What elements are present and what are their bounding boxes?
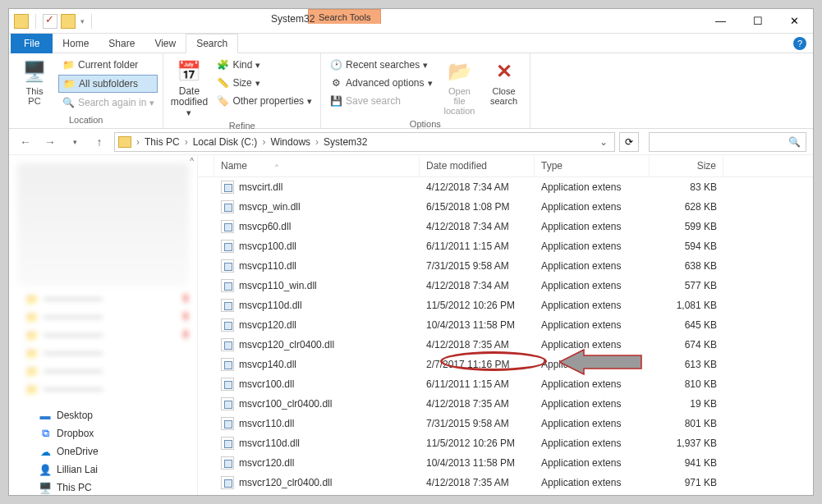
column-type[interactable]: Type <box>535 155 650 176</box>
file-date: 4/12/2018 7:34 AM <box>420 180 535 195</box>
address-bar[interactable]: › This PC › Local Disk (C:) › Windows › … <box>114 132 615 152</box>
sidebar-item[interactable]: 📁—————— <box>9 290 197 308</box>
file-row[interactable]: msvcp110.dll7/31/2015 9:58 AMApplication… <box>198 256 813 276</box>
search-again-button[interactable]: 🔍Search again in ▾ <box>58 94 158 111</box>
location-group-label: Location <box>14 113 158 126</box>
file-size: 801 KB <box>650 416 723 431</box>
sidebar-item-desktop[interactable]: ▬Desktop <box>9 406 197 424</box>
sidebar-item-user[interactable]: 👤Lillian Lai <box>9 460 197 479</box>
sidebar-item[interactable]: 📁—————— <box>9 380 197 398</box>
file-row[interactable]: msvcr100.dll6/11/2011 1:15 AMApplication… <box>198 374 813 394</box>
file-date: 6/11/2011 1:15 AM <box>420 239 535 254</box>
file-size: 1,937 KB <box>650 436 723 451</box>
sidebar-item[interactable]: 📁—————— <box>9 362 197 380</box>
search-box[interactable]: 🔍 <box>649 132 806 152</box>
onedrive-icon: ☁ <box>39 445 52 458</box>
file-size: 577 KB <box>650 278 723 293</box>
open-file-location-button[interactable]: 📂 Open file location <box>439 57 480 117</box>
close-search-button[interactable]: ✕ Close search <box>484 57 525 117</box>
calendar-icon: 📅 <box>176 58 202 85</box>
column-size[interactable]: Size <box>650 155 723 176</box>
recent-searches-button[interactable]: 🕑Recent searches ▾ <box>326 57 435 73</box>
file-tab[interactable]: File <box>11 34 53 53</box>
search-tab[interactable]: Search <box>186 34 238 53</box>
file-row[interactable]: msvcr110.dll7/31/2015 9:58 AMApplication… <box>198 414 813 433</box>
file-row[interactable]: msvcr120_clr0400.dll4/12/2018 7:35 AMApp… <box>198 473 813 493</box>
column-date[interactable]: Date modified <box>420 155 535 176</box>
open-folder-icon: 📂 <box>447 58 473 85</box>
navigation-pane[interactable]: ^ 📁—————— 📁—————— 📁—————— 📁—————— 📁—————… <box>9 155 198 495</box>
newfolder-qat-icon[interactable] <box>61 14 76 29</box>
dll-file-icon <box>221 358 234 371</box>
breadcrumb-part[interactable]: This PC <box>141 136 183 148</box>
advanced-options-button[interactable]: ⚙Advanced options ▾ <box>326 75 435 91</box>
file-row[interactable]: msvcrt.dll4/12/2018 7:34 AMApplication e… <box>198 493 813 495</box>
save-icon: 💾 <box>329 94 342 108</box>
file-row[interactable]: msvcp_win.dll6/15/2018 1:08 PMApplicatio… <box>198 197 813 217</box>
properties-qat-icon[interactable] <box>43 14 57 29</box>
size-button[interactable]: 📏Size ▾ <box>213 75 315 91</box>
file-name: msvcp120_clr0400.dll <box>239 339 334 351</box>
breadcrumb-part[interactable]: Local Disk (C:) <box>190 136 261 148</box>
up-button[interactable]: ↑ <box>90 132 109 152</box>
file-type: Application extens <box>535 436 650 451</box>
column-name[interactable]: Name^ <box>214 155 420 176</box>
options-icon: ⚙ <box>329 76 342 89</box>
kind-button[interactable]: 🧩Kind ▾ <box>213 57 315 73</box>
dll-file-icon <box>221 338 234 351</box>
this-pc-button[interactable]: 🖥️ This PC <box>14 57 55 113</box>
sidebar-item-onedrive[interactable]: ☁OneDrive <box>9 442 197 460</box>
ribbon: 🖥️ This PC 📁Current folder 📁All subfolde… <box>9 53 813 129</box>
file-row[interactable]: msvcr100_clr0400.dll4/12/2018 7:35 AMApp… <box>198 394 813 414</box>
help-icon[interactable]: ? <box>793 37 806 50</box>
date-modified-button[interactable]: 📅 Date modified ▾ <box>168 57 209 119</box>
refresh-button[interactable]: ⟳ <box>619 132 639 152</box>
sidebar-item-this-pc[interactable]: 🖥️This PC <box>9 479 197 495</box>
file-row[interactable]: msvcr120.dll10/4/2013 11:58 PMApplicatio… <box>198 453 813 473</box>
sidebar-item[interactable]: 📁—————— <box>9 344 197 362</box>
breadcrumb-part[interactable]: Windows <box>267 136 314 148</box>
scroll-up-icon[interactable]: ^ <box>190 157 194 166</box>
file-name: msvcr110.dll <box>239 418 294 429</box>
breadcrumb-part[interactable]: System32 <box>320 136 370 148</box>
search-icon[interactable]: 🔍 <box>788 136 801 148</box>
minimize-button[interactable]: — <box>702 9 739 33</box>
folder-icon[interactable] <box>14 14 29 29</box>
file-row[interactable]: msvcp60.dll4/12/2018 7:34 AMApplication … <box>198 217 813 236</box>
file-row[interactable]: msvcp110_win.dll4/12/2018 7:34 AMApplica… <box>198 276 813 296</box>
sidebar-item[interactable]: 📁—————— <box>9 326 197 344</box>
close-button[interactable]: ✕ <box>776 9 813 33</box>
file-row[interactable]: msvcp140.dll2/7/2017 11:16 PMApplication… <box>198 355 813 374</box>
file-row[interactable]: msvcp110d.dll11/5/2012 10:26 PMApplicati… <box>198 296 813 315</box>
search-input[interactable] <box>654 136 788 148</box>
sidebar-item-dropbox[interactable]: ⧉Dropbox <box>9 424 197 442</box>
file-row[interactable]: msvcp100.dll6/11/2011 1:15 AMApplication… <box>198 236 813 256</box>
clock-icon: 🕑 <box>329 58 342 71</box>
file-row[interactable]: msvcp120.dll10/4/2013 11:58 PMApplicatio… <box>198 315 813 335</box>
column-headers: Name^ Date modified Type Size <box>198 155 813 177</box>
maximize-button[interactable]: ☐ <box>739 9 776 33</box>
share-tab[interactable]: Share <box>99 34 145 53</box>
home-tab[interactable]: Home <box>53 34 99 53</box>
file-date: 4/12/2018 7:34 AM <box>420 219 535 234</box>
file-date: 6/15/2018 1:08 PM <box>420 199 535 214</box>
file-size: 810 KB <box>650 377 723 392</box>
breadcrumb-dropdown[interactable]: ⌄ <box>596 136 611 148</box>
file-row[interactable]: msvcp120_clr0400.dll4/12/2018 7:35 AMApp… <box>198 335 813 355</box>
explorer-window: ▾ Search Tools System32 — ☐ ✕ File Home … <box>8 8 814 496</box>
all-subfolders-button[interactable]: 📁All subfolders <box>58 75 158 93</box>
file-size: 971 KB <box>650 475 723 490</box>
dll-file-icon <box>221 318 234 332</box>
current-folder-button[interactable]: 📁Current folder <box>58 57 158 73</box>
file-list[interactable]: ^ Name^ Date modified Type Size msvcirt.… <box>198 155 813 495</box>
file-row[interactable]: msvcirt.dll4/12/2018 7:34 AMApplication … <box>198 177 813 197</box>
save-search-button[interactable]: 💾Save search <box>326 93 435 109</box>
file-date: 7/31/2015 9:58 AM <box>420 416 535 431</box>
file-row[interactable]: msvcr110d.dll11/5/2012 10:26 PMApplicati… <box>198 433 813 453</box>
sidebar-item[interactable]: 📁—————— <box>9 308 197 326</box>
view-tab[interactable]: View <box>145 34 186 53</box>
other-properties-button[interactable]: 🏷️Other properties ▾ <box>213 93 315 109</box>
back-button[interactable]: ← <box>16 132 35 152</box>
recent-locations-button[interactable]: ▾ <box>65 132 85 152</box>
forward-button[interactable]: → <box>40 132 60 152</box>
